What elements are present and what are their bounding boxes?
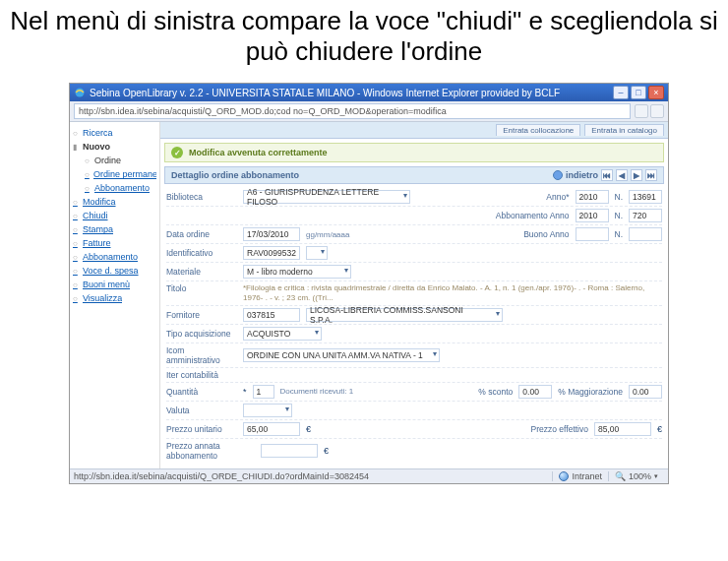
close-window-button[interactable]: × xyxy=(648,86,664,99)
tab-entrata-cat[interactable]: Entrata in catalogo xyxy=(584,124,664,136)
quantita-field[interactable]: 1 xyxy=(253,385,274,399)
n-label: N. xyxy=(615,192,624,202)
sidebar-item-abbonamento-nuovo[interactable]: ○Abbonamento xyxy=(85,181,156,195)
magg-field[interactable]: 0.00 xyxy=(629,385,662,399)
anno-field[interactable]: 2010 xyxy=(576,190,609,204)
euro-2: € xyxy=(657,424,662,434)
doc-ricevuti: Documenti ricevuti: 1 xyxy=(280,387,354,396)
prezzo-label: Prezzo unitario xyxy=(166,424,237,434)
magg-label: % Maggiorazione xyxy=(558,387,623,397)
back-icon[interactable] xyxy=(553,170,563,180)
amm-select[interactable]: ORDINE CON UNA UNITA AMM.VA NATIVA - 1 xyxy=(243,348,440,362)
buono-n-field[interactable] xyxy=(629,227,662,241)
abb-anno-label: Abbonamento Anno xyxy=(496,211,570,220)
abb-anno-field[interactable]: 2010 xyxy=(576,209,609,222)
prezzo-eff-field[interactable]: 85,00 xyxy=(594,422,651,436)
quantita-label: Quantità xyxy=(166,387,237,397)
prezzo-eff-label: Prezzo effettivo xyxy=(531,424,588,434)
sidebar-item-ricerca[interactable]: ○Ricerca xyxy=(73,126,156,140)
ident-field[interactable]: RAV0099532 xyxy=(243,246,300,260)
success-text: Modifica avvenuta correttamente xyxy=(189,148,328,157)
data-format: gg/mm/aaaa xyxy=(306,230,349,239)
sidebar-item-fatture[interactable]: ○Fatture xyxy=(73,236,156,250)
browser-window: Sebina OpenLibrary v. 2.2 - UNIVERSITA S… xyxy=(69,83,669,483)
sidebar-item-voce-spesa[interactable]: ○Voce d. spesa xyxy=(73,264,156,278)
tipo-label: Tipo acquisizione xyxy=(166,329,237,339)
fornitore-select[interactable]: LICOSA-LIBRERIA COMMISS.SANSONI S.P.A. xyxy=(306,308,503,322)
fornitore-code[interactable]: 037815 xyxy=(243,308,300,322)
slide-title: Nel menù di sinistra compare la voce "ch… xyxy=(0,0,728,77)
materiale-select[interactable]: M - libro moderno xyxy=(243,265,351,279)
tabstrip: Entrata collocazione Entrata in catalogo xyxy=(160,122,668,139)
quantita-star: * xyxy=(243,387,247,397)
sidebar: ○Ricerca ▮Nuovo ○Ordine ○Ordine permanen… xyxy=(70,122,160,468)
section-title: Dettaglio ordine abbonamento xyxy=(171,170,299,180)
section-header: Dettaglio ordine abbonamento indietro ⏮ … xyxy=(164,166,664,184)
ident-label: Identificativo xyxy=(166,248,237,258)
sidebar-item-visualizza[interactable]: ○Visualizza xyxy=(73,291,156,305)
titolo-label: Titolo xyxy=(166,283,237,293)
order-form: Biblioteca A6 - GIURISPRUDENZA LETTERE F… xyxy=(160,184,668,468)
titolo-text: *Filologia e critica : rivista quadrimes… xyxy=(243,283,662,302)
anno-label: Anno* xyxy=(546,192,569,202)
prev-button[interactable]: ◀ xyxy=(616,169,628,181)
abb-n-label: N. xyxy=(615,211,624,220)
address-bar: http://sbn.idea.it/sebina/acquisti/Q_ORD… xyxy=(70,101,668,122)
main-pane: Entrata collocazione Entrata in catalogo… xyxy=(160,122,668,468)
sconto-label: % sconto xyxy=(478,387,513,397)
tab-entrata-coll[interactable]: Entrata collocazione xyxy=(496,124,580,136)
valuta-select[interactable] xyxy=(243,404,292,417)
contabilita-label: Iter contabilità xyxy=(166,370,237,380)
biblioteca-label: Biblioteca xyxy=(166,192,237,202)
prezzo-field[interactable]: 65,00 xyxy=(243,422,300,436)
zoom-icon: 🔍 xyxy=(615,471,626,481)
sidebar-item-modifica[interactable]: ○Modifica xyxy=(73,195,156,209)
euro-1: € xyxy=(306,424,311,434)
sidebar-item-stampa[interactable]: ○Stampa xyxy=(73,222,156,236)
maximize-button[interactable]: □ xyxy=(631,86,646,99)
stop-icon[interactable] xyxy=(650,104,664,118)
valuta-label: Valuta xyxy=(166,405,237,415)
last-button[interactable]: ⏭ xyxy=(645,169,657,181)
window-title: Sebina OpenLibrary v. 2.2 - UNIVERSITA S… xyxy=(90,88,613,98)
globe-icon xyxy=(559,471,569,481)
euro-3: € xyxy=(324,446,329,456)
ident-select[interactable] xyxy=(306,246,328,260)
annata-field[interactable] xyxy=(261,444,318,458)
sidebar-item-ordine-perm[interactable]: ○Ordine permanente xyxy=(85,167,156,181)
next-button[interactable]: ▶ xyxy=(631,169,642,181)
annata-label: Prezzo annata abbonamento xyxy=(166,441,255,461)
sidebar-item-buoni[interactable]: ○Buoni menù xyxy=(73,278,156,291)
ie-icon xyxy=(74,87,86,98)
buono-anno-field[interactable] xyxy=(576,227,609,241)
sidebar-item-ordine[interactable]: ○Ordine xyxy=(85,154,156,167)
sconto-field[interactable]: 0.00 xyxy=(518,385,552,399)
titlebar: Sebina OpenLibrary v. 2.2 - UNIVERSITA S… xyxy=(70,84,668,101)
biblioteca-select[interactable]: A6 - GIURISPRUDENZA LETTERE FILOSO xyxy=(243,190,410,204)
materiale-label: Materiale xyxy=(166,267,237,277)
status-zone: Intranet xyxy=(572,471,602,481)
statusbar: http://sbn.idea.it/sebina/acquisti/Q_ORD… xyxy=(70,468,668,483)
tipo-select[interactable]: ACQUISTO xyxy=(243,327,322,341)
success-message: ✓ Modifica avvenuta correttamente xyxy=(164,143,664,162)
refresh-icon[interactable] xyxy=(635,104,648,118)
status-url: http://sbn.idea.it/sebina/acquisti/Q_ORD… xyxy=(74,471,552,481)
minimize-button[interactable]: – xyxy=(613,86,629,99)
first-button[interactable]: ⏮ xyxy=(601,169,613,181)
n-field[interactable]: 13691 xyxy=(629,190,662,204)
status-zoom: 100% xyxy=(629,471,651,481)
sidebar-item-chiudi[interactable]: ○Chiudi xyxy=(73,209,156,222)
buono-label: Buono Anno xyxy=(523,229,569,239)
amm-label: Icom amministrativo xyxy=(166,345,237,365)
data-field[interactable]: 17/03/2010 xyxy=(243,227,300,241)
check-icon: ✓ xyxy=(171,147,183,158)
back-label[interactable]: indietro xyxy=(566,170,598,180)
sidebar-item-nuovo[interactable]: ▮Nuovo xyxy=(73,140,156,154)
fornitore-label: Fornitore xyxy=(166,310,237,320)
buono-n-label: N. xyxy=(615,229,624,239)
data-label: Data ordine xyxy=(166,229,237,239)
abb-n-field[interactable]: 720 xyxy=(629,209,662,222)
sidebar-item-abbonamento[interactable]: ○Abbonamento xyxy=(73,250,156,264)
address-input[interactable]: http://sbn.idea.it/sebina/acquisti/Q_ORD… xyxy=(74,103,631,119)
